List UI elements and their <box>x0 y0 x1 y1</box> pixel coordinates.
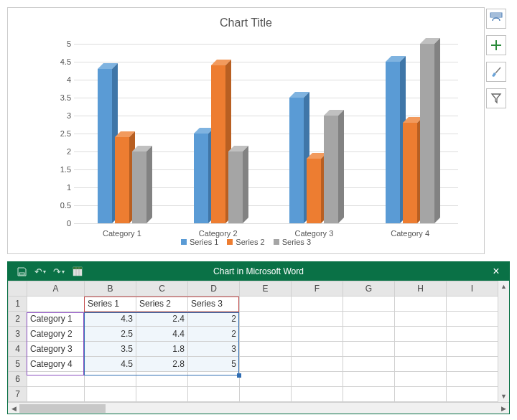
column-header[interactable]: H <box>395 281 447 297</box>
undo-button[interactable]: ↶ ▾ <box>32 264 48 279</box>
chart-title[interactable]: Chart Title <box>8 17 484 29</box>
bar[interactable] <box>132 151 146 223</box>
cell[interactable] <box>447 357 498 372</box>
cell[interactable] <box>395 387 447 402</box>
column-header[interactable]: D <box>188 281 240 297</box>
cell[interactable] <box>343 327 395 342</box>
row-header[interactable]: 5 <box>9 357 27 372</box>
row-header[interactable]: 6 <box>9 372 27 387</box>
column-header[interactable]: E <box>240 281 292 297</box>
cell[interactable]: Series 2 <box>136 297 188 312</box>
cell[interactable]: 2.4 <box>136 312 188 327</box>
cell[interactable] <box>85 372 136 387</box>
row-header[interactable]: 7 <box>9 387 27 402</box>
scroll-up-arrow[interactable]: ▲ <box>498 281 509 292</box>
cell[interactable]: Category 3 <box>27 342 85 357</box>
cell[interactable] <box>240 357 292 372</box>
cell[interactable] <box>292 342 343 357</box>
cell[interactable] <box>85 387 136 402</box>
cell[interactable] <box>447 387 498 402</box>
chart-container[interactable]: Chart Title 00.511.522.533.544.55 Catego… <box>7 7 485 254</box>
column-header[interactable]: I <box>447 281 498 297</box>
column-header[interactable]: G <box>343 281 395 297</box>
cell[interactable] <box>292 387 343 402</box>
cell[interactable] <box>395 312 447 327</box>
column-header[interactable]: F <box>292 281 343 297</box>
bar[interactable] <box>98 69 112 223</box>
cell[interactable] <box>447 312 498 327</box>
scrollbar-thumb[interactable] <box>19 404 106 413</box>
cell[interactable] <box>343 342 395 357</box>
cell[interactable] <box>136 387 188 402</box>
cell[interactable]: 4.3 <box>85 312 136 327</box>
cell[interactable] <box>343 297 395 312</box>
cell[interactable] <box>27 297 85 312</box>
save-button[interactable] <box>14 264 29 279</box>
cell[interactable] <box>447 327 498 342</box>
row-header[interactable]: 3 <box>9 327 27 342</box>
cell[interactable]: 2.5 <box>85 327 136 342</box>
cell[interactable] <box>292 297 343 312</box>
column-header[interactable]: A <box>27 281 85 297</box>
data-grid[interactable]: ABCDEFGHI1Series 1Series 2Series 32Categ… <box>8 281 510 402</box>
scroll-down-arrow[interactable]: ▼ <box>498 391 509 402</box>
cell[interactable] <box>447 297 498 312</box>
cell[interactable] <box>136 372 188 387</box>
cell[interactable]: Category 1 <box>27 312 85 327</box>
cell[interactable] <box>27 372 85 387</box>
cell[interactable] <box>292 372 343 387</box>
redo-button[interactable]: ↷ ▾ <box>51 264 67 279</box>
bar[interactable] <box>115 137 129 223</box>
bar[interactable] <box>386 62 400 223</box>
chart-styles-button[interactable] <box>486 62 506 82</box>
chart-elements-button[interactable] <box>486 35 506 55</box>
close-button[interactable]: × <box>488 265 505 278</box>
cell[interactable]: 2 <box>188 312 240 327</box>
cell[interactable] <box>27 387 85 402</box>
bar[interactable] <box>324 116 338 223</box>
bar[interactable] <box>403 123 417 223</box>
chart-filters-button[interactable] <box>486 88 506 108</box>
cell[interactable] <box>240 372 292 387</box>
cell[interactable]: 5 <box>188 357 240 372</box>
cell[interactable]: 2.8 <box>136 357 188 372</box>
legend-item[interactable]: Series 3 <box>274 238 311 246</box>
cell[interactable] <box>292 327 343 342</box>
bar[interactable] <box>194 134 208 223</box>
cell[interactable]: 3 <box>188 342 240 357</box>
row-header[interactable]: 1 <box>9 297 27 312</box>
bar[interactable] <box>228 151 243 223</box>
cell[interactable] <box>240 297 292 312</box>
cell[interactable] <box>292 357 343 372</box>
edit-data-button[interactable] <box>70 264 85 279</box>
cell[interactable]: 4.5 <box>85 357 136 372</box>
cell[interactable] <box>343 357 395 372</box>
row-header[interactable]: 2 <box>9 312 27 327</box>
chart-legend[interactable]: Series 1Series 2Series 3 <box>8 238 484 246</box>
spreadsheet-area[interactable]: ABCDEFGHI1Series 1Series 2Series 32Categ… <box>8 281 509 402</box>
cell[interactable] <box>395 372 447 387</box>
cell[interactable]: Category 2 <box>27 327 85 342</box>
cell[interactable] <box>343 372 395 387</box>
cell[interactable]: Series 1 <box>85 297 136 312</box>
bar[interactable] <box>289 98 304 223</box>
cell[interactable] <box>447 372 498 387</box>
scroll-right-arrow[interactable]: ▶ <box>498 405 509 412</box>
cell[interactable] <box>240 342 292 357</box>
legend-item[interactable]: Series 1 <box>181 238 218 246</box>
scrollbar-track[interactable] <box>19 403 498 414</box>
cell[interactable]: Category 4 <box>27 357 85 372</box>
bar[interactable] <box>211 65 225 223</box>
bar[interactable] <box>307 159 321 223</box>
row-header[interactable]: 4 <box>9 342 27 357</box>
legend-item[interactable]: Series 2 <box>227 238 264 246</box>
cell[interactable]: 3.5 <box>85 342 136 357</box>
plot-area[interactable]: 00.511.522.533.544.55 Category 1Category… <box>74 44 458 223</box>
cell[interactable] <box>240 312 292 327</box>
column-header[interactable]: C <box>136 281 188 297</box>
cell[interactable] <box>395 357 447 372</box>
cell[interactable] <box>240 387 292 402</box>
cell[interactable] <box>188 372 240 387</box>
select-all-corner[interactable] <box>9 281 27 297</box>
cell[interactable]: Series 3 <box>188 297 240 312</box>
